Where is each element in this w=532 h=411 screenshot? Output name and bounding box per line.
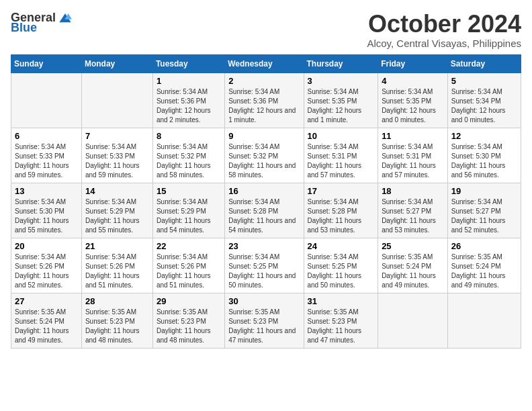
page-header: General Blue October 2024 Alcoy, Central… — [11, 11, 521, 49]
day-of-week-header: Monday — [81, 54, 152, 73]
day-info: Sunrise: 5:34 AM Sunset: 5:31 PM Dayligh… — [308, 142, 375, 180]
day-info: Sunrise: 5:35 AM Sunset: 5:23 PM Dayligh… — [157, 308, 221, 345]
calendar-cell: 18Sunrise: 5:34 AM Sunset: 5:27 PM Dayli… — [378, 183, 448, 238]
calendar-cell: 6Sunrise: 5:34 AM Sunset: 5:33 PM Daylig… — [11, 128, 82, 183]
logo-icon — [58, 11, 72, 25]
calendar-cell — [11, 73, 82, 128]
calendar-cell: 29Sunrise: 5:35 AM Sunset: 5:23 PM Dayli… — [152, 293, 224, 348]
day-number: 26 — [451, 241, 517, 251]
calendar-cell: 19Sunrise: 5:34 AM Sunset: 5:27 PM Dayli… — [447, 183, 521, 238]
calendar-cell: 12Sunrise: 5:34 AM Sunset: 5:30 PM Dayli… — [447, 128, 521, 183]
location-title: Alcoy, Central Visayas, Philippines — [367, 38, 521, 49]
day-number: 22 — [157, 241, 221, 251]
day-info: Sunrise: 5:34 AM Sunset: 5:26 PM Dayligh… — [157, 253, 221, 290]
day-number: 27 — [15, 296, 78, 306]
day-number: 1 — [157, 76, 221, 86]
calendar-cell: 22Sunrise: 5:34 AM Sunset: 5:26 PM Dayli… — [152, 238, 224, 293]
day-info: Sunrise: 5:34 AM Sunset: 5:27 PM Dayligh… — [382, 197, 444, 235]
day-info: Sunrise: 5:34 AM Sunset: 5:28 PM Dayligh… — [308, 197, 375, 235]
day-number: 13 — [15, 186, 78, 196]
calendar-cell: 4Sunrise: 5:34 AM Sunset: 5:35 PM Daylig… — [378, 73, 448, 128]
calendar-cell: 1Sunrise: 5:34 AM Sunset: 5:36 PM Daylig… — [152, 73, 224, 128]
calendar-header-row: SundayMondayTuesdayWednesdayThursdayFrid… — [11, 54, 521, 73]
day-info: Sunrise: 5:34 AM Sunset: 5:25 PM Dayligh… — [228, 253, 300, 290]
day-number: 2 — [228, 76, 300, 86]
day-number: 23 — [228, 241, 300, 251]
day-info: Sunrise: 5:34 AM Sunset: 5:35 PM Dayligh… — [382, 87, 444, 125]
day-info: Sunrise: 5:34 AM Sunset: 5:35 PM Dayligh… — [308, 87, 375, 125]
calendar-cell — [447, 293, 521, 348]
day-number: 18 — [382, 186, 444, 196]
day-info: Sunrise: 5:34 AM Sunset: 5:27 PM Dayligh… — [451, 197, 517, 235]
calendar-cell — [81, 73, 152, 128]
calendar-week-row: 1Sunrise: 5:34 AM Sunset: 5:36 PM Daylig… — [11, 73, 521, 128]
calendar-cell: 16Sunrise: 5:34 AM Sunset: 5:28 PM Dayli… — [225, 183, 304, 238]
day-number: 30 — [228, 296, 300, 306]
day-number: 15 — [157, 186, 221, 196]
day-number: 3 — [308, 76, 375, 86]
day-info: Sunrise: 5:34 AM Sunset: 5:30 PM Dayligh… — [15, 197, 78, 235]
day-of-week-header: Wednesday — [225, 54, 304, 73]
day-number: 10 — [308, 131, 375, 141]
calendar-cell: 8Sunrise: 5:34 AM Sunset: 5:32 PM Daylig… — [152, 128, 224, 183]
day-number: 20 — [15, 241, 78, 251]
logo: General Blue — [11, 11, 72, 35]
day-info: Sunrise: 5:34 AM Sunset: 5:30 PM Dayligh… — [451, 142, 517, 180]
calendar-cell: 21Sunrise: 5:34 AM Sunset: 5:26 PM Dayli… — [81, 238, 152, 293]
day-number: 8 — [157, 131, 221, 141]
day-info: Sunrise: 5:35 AM Sunset: 5:24 PM Dayligh… — [382, 253, 444, 290]
day-info: Sunrise: 5:34 AM Sunset: 5:29 PM Dayligh… — [157, 197, 221, 235]
calendar-table: SundayMondayTuesdayWednesdayThursdayFrid… — [11, 54, 521, 349]
day-of-week-header: Thursday — [304, 54, 378, 73]
title-section: October 2024 Alcoy, Central Visayas, Phi… — [367, 11, 521, 49]
calendar-week-row: 27Sunrise: 5:35 AM Sunset: 5:24 PM Dayli… — [11, 293, 521, 348]
day-number: 14 — [85, 186, 149, 196]
calendar-cell: 14Sunrise: 5:34 AM Sunset: 5:29 PM Dayli… — [81, 183, 152, 238]
calendar-cell: 5Sunrise: 5:34 AM Sunset: 5:34 PM Daylig… — [447, 73, 521, 128]
calendar-week-row: 20Sunrise: 5:34 AM Sunset: 5:26 PM Dayli… — [11, 238, 521, 293]
day-info: Sunrise: 5:34 AM Sunset: 5:31 PM Dayligh… — [382, 142, 444, 180]
day-number: 5 — [451, 76, 517, 86]
day-info: Sunrise: 5:34 AM Sunset: 5:26 PM Dayligh… — [15, 253, 78, 290]
day-info: Sunrise: 5:34 AM Sunset: 5:29 PM Dayligh… — [85, 197, 149, 235]
logo-blue-text: Blue — [11, 21, 37, 35]
day-of-week-header: Sunday — [11, 54, 82, 73]
calendar-cell: 13Sunrise: 5:34 AM Sunset: 5:30 PM Dayli… — [11, 183, 82, 238]
day-number: 11 — [382, 131, 444, 141]
day-number: 24 — [308, 241, 375, 251]
calendar-cell: 7Sunrise: 5:34 AM Sunset: 5:33 PM Daylig… — [81, 128, 152, 183]
day-info: Sunrise: 5:34 AM Sunset: 5:33 PM Dayligh… — [15, 142, 78, 180]
day-of-week-header: Saturday — [447, 54, 521, 73]
calendar-cell: 2Sunrise: 5:34 AM Sunset: 5:36 PM Daylig… — [225, 73, 304, 128]
month-title: October 2024 — [367, 11, 521, 38]
day-info: Sunrise: 5:34 AM Sunset: 5:32 PM Dayligh… — [157, 142, 221, 180]
day-number: 4 — [382, 76, 444, 86]
day-number: 19 — [451, 186, 517, 196]
calendar-cell: 15Sunrise: 5:34 AM Sunset: 5:29 PM Dayli… — [152, 183, 224, 238]
day-number: 12 — [451, 131, 517, 141]
calendar-cell: 23Sunrise: 5:34 AM Sunset: 5:25 PM Dayli… — [225, 238, 304, 293]
calendar-cell: 9Sunrise: 5:34 AM Sunset: 5:32 PM Daylig… — [225, 128, 304, 183]
day-number: 16 — [228, 186, 300, 196]
day-number: 7 — [85, 131, 149, 141]
day-info: Sunrise: 5:34 AM Sunset: 5:33 PM Dayligh… — [85, 142, 149, 180]
day-number: 21 — [85, 241, 149, 251]
day-info: Sunrise: 5:34 AM Sunset: 5:26 PM Dayligh… — [85, 253, 149, 290]
calendar-week-row: 13Sunrise: 5:34 AM Sunset: 5:30 PM Dayli… — [11, 183, 521, 238]
calendar-cell: 27Sunrise: 5:35 AM Sunset: 5:24 PM Dayli… — [11, 293, 82, 348]
calendar-cell: 31Sunrise: 5:35 AM Sunset: 5:23 PM Dayli… — [304, 293, 378, 348]
calendar-cell: 24Sunrise: 5:34 AM Sunset: 5:25 PM Dayli… — [304, 238, 378, 293]
day-number: 25 — [382, 241, 444, 251]
day-info: Sunrise: 5:35 AM Sunset: 5:24 PM Dayligh… — [15, 308, 78, 345]
day-number: 6 — [15, 131, 78, 141]
day-of-week-header: Friday — [378, 54, 448, 73]
calendar-cell: 11Sunrise: 5:34 AM Sunset: 5:31 PM Dayli… — [378, 128, 448, 183]
day-info: Sunrise: 5:34 AM Sunset: 5:36 PM Dayligh… — [157, 87, 221, 125]
day-of-week-header: Tuesday — [152, 54, 224, 73]
day-number: 9 — [228, 131, 300, 141]
calendar-week-row: 6Sunrise: 5:34 AM Sunset: 5:33 PM Daylig… — [11, 128, 521, 183]
calendar-cell: 28Sunrise: 5:35 AM Sunset: 5:23 PM Dayli… — [81, 293, 152, 348]
day-number: 29 — [157, 296, 221, 306]
day-info: Sunrise: 5:35 AM Sunset: 5:23 PM Dayligh… — [228, 308, 300, 345]
day-info: Sunrise: 5:34 AM Sunset: 5:34 PM Dayligh… — [451, 87, 517, 125]
